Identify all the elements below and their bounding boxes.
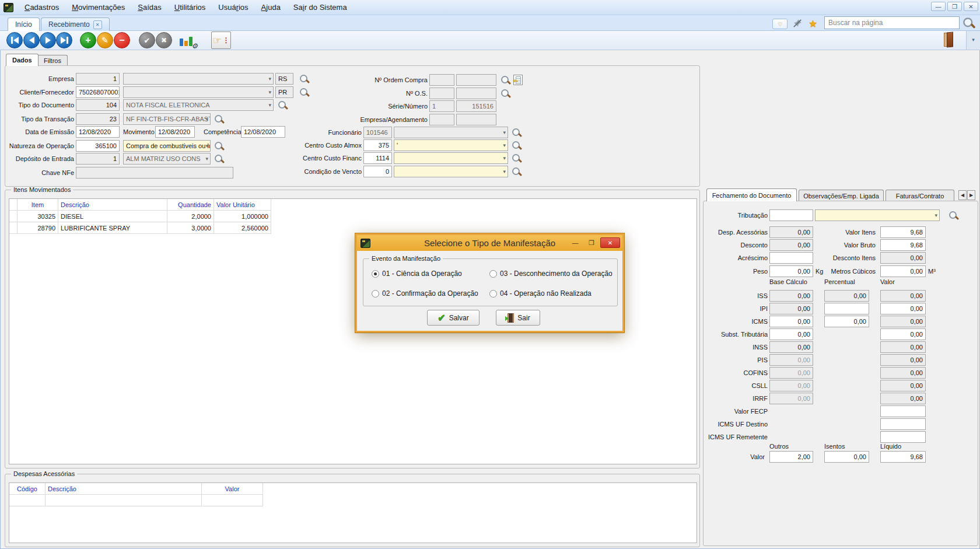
tax-iss-base[interactable]: 0,00 [769,290,813,302]
star-icon[interactable]: ★ [808,18,817,30]
menu-item-2[interactable]: Saídas [131,1,167,14]
tax-irrf-valor[interactable]: 0,00 [880,393,926,404]
tax-inss-base[interactable]: 0,00 [769,341,813,353]
os-field1[interactable] [429,88,454,99]
toolbar-overflow-button[interactable]: ▾ [966,31,980,50]
tax-ipi-valor[interactable]: 0,00 [880,303,926,314]
find-search-icon[interactable] [963,17,975,29]
tributacao-search-icon[interactable] [949,211,958,221]
tabs-scroll-left-button[interactable]: ◀ [958,190,967,200]
tax-icms-base[interactable]: 0,00 [769,316,813,327]
desp-acessorias-value[interactable]: 0,00 [769,226,813,238]
import-order-button[interactable]: ⇐ [513,75,523,85]
cell-stub[interactable] [9,222,18,234]
manifest-button[interactable]: ☞⋮ [211,32,231,49]
delete-button[interactable]: − [114,32,130,48]
tab-fechamento[interactable]: Fechamento do Documento [706,188,797,201]
cond-vencto-code[interactable]: 0 [363,166,392,177]
edit-button[interactable]: ✎ [97,32,113,48]
desconto-value[interactable]: 0,00 [769,239,813,251]
outros-value[interactable]: 2,00 [769,451,813,463]
confirm-button[interactable]: ✔ [139,32,155,48]
peso-value[interactable]: 0,00 [769,265,813,277]
cond-vencto-combo[interactable] [394,166,508,177]
cell-codigo[interactable] [9,495,46,506]
cell-descricao[interactable] [46,495,202,506]
dialog-minimize-button[interactable]: — [568,237,583,248]
menu-item-3[interactable]: Utilitários [168,1,212,14]
exit-door-button[interactable] [943,33,956,48]
menu-item-5[interactable]: Ajuda [255,1,287,14]
next-record-button[interactable] [40,32,56,48]
tax-icms-valor[interactable]: 0,00 [880,316,926,327]
cell-item[interactable]: 28790 [18,222,58,234]
tax-iss-pct[interactable]: 0,00 [824,290,869,302]
tributacao-code[interactable] [769,209,813,221]
tax-ipi-pct[interactable] [824,303,869,314]
tax-subst-tribut-ria-base[interactable]: 0,00 [769,328,813,340]
save-button[interactable]: ✔ Salvar [427,310,480,326]
cc-almox-search-icon[interactable] [512,141,522,151]
cell-stub[interactable] [9,211,18,222]
empresa-agendamento-field2[interactable] [456,114,496,125]
find-on-page-input[interactable] [824,16,960,29]
tax-icms-uf-destino-valor[interactable] [880,418,926,430]
restore-button[interactable]: ❐ [947,2,962,11]
dialog-close-button[interactable]: ✕ [600,237,620,248]
empresa-agendamento-field1[interactable] [429,114,454,125]
funcionario-combo[interactable] [394,127,508,138]
desconto-itens-value[interactable]: 0,00 [880,252,926,264]
tax-icms-pct[interactable]: 0,00 [824,316,869,327]
valor-itens-value[interactable]: 9,68 [880,226,926,238]
tax-pis-valor[interactable]: 0,00 [880,354,926,366]
tab-close-icon[interactable]: ✕ [93,20,102,29]
chart-settings-button[interactable]: ⚙ [178,32,197,49]
tax-irrf-base[interactable]: 0,00 [769,393,813,404]
os-search-icon[interactable] [501,89,510,99]
last-record-button[interactable] [56,32,72,48]
cell-quantidade[interactable]: 3,0000 [167,222,214,234]
menu-item-0[interactable]: Cadastros [18,1,65,14]
isentos-value[interactable]: 0,00 [824,451,869,463]
ordem-compra-field2[interactable] [456,74,496,86]
close-button[interactable]: ✕ [964,2,978,11]
liquido-value[interactable]: 9,68 [880,451,926,463]
cell-valor_unitario[interactable]: 2,560000 [214,222,271,234]
tax-ipi-base[interactable]: 0,00 [769,303,813,314]
manifest-option-2[interactable]: 02 - Confirmação da Operação [372,289,478,298]
dialog-maximize-button[interactable]: ❐ [584,237,599,248]
menu-item-6[interactable]: Sair do Sistema [287,1,354,14]
cc-financ-code[interactable]: 1114 [363,152,392,164]
add-button[interactable]: + [80,32,96,48]
cell-quantidade[interactable]: 2,0000 [167,211,214,222]
funcionario-code[interactable]: 101546 [363,127,392,138]
tab-faturas[interactable]: Faturas/Contrato [886,190,954,201]
metros-cubicos-value[interactable]: 0,00 [880,265,926,277]
manifest-option-3[interactable]: 04 - Operação não Realizada [489,289,592,298]
cc-almox-code[interactable]: 375 [363,139,392,151]
cc-almox-combo[interactable]: ' [394,139,508,151]
despesas-grid[interactable]: CódigoDescriçãoValor [9,482,697,543]
tabs-scroll-right-button[interactable]: ▶ [967,190,975,200]
tab-inicio[interactable]: Início [8,18,40,31]
os-field2[interactable] [456,88,496,99]
ordem-compra-field1[interactable] [429,74,454,86]
menu-item-4[interactable]: Usuários [212,1,254,14]
manifest-option-0[interactable]: 01 - Ciência da Operação [372,270,462,278]
valor-bruto-value[interactable]: 9,68 [880,239,926,251]
tax-cofins-base[interactable]: 0,00 [769,367,813,379]
tax-csll-base[interactable]: 0,00 [769,380,813,391]
cell-descricao[interactable]: DIESEL [58,211,167,222]
cell-valor_unitario[interactable]: 1,000000 [214,211,271,222]
cc-financ-combo[interactable] [394,152,508,164]
tax-subst-tribut-ria-valor[interactable]: 0,00 [880,328,926,340]
tab-dados[interactable]: Dados [6,54,38,66]
menu-item-1[interactable]: Movimentações [65,1,131,14]
manifest-option-1[interactable]: 03 - Desconhecimento da Operação [489,270,612,278]
pin-disabled-icon[interactable] [792,18,803,29]
cell-valor[interactable] [202,495,263,506]
tab-recebimento[interactable]: Recebimento ✕ [41,18,110,31]
tab-filtros[interactable]: Filtros [37,55,68,66]
tax-icms-uf-remetente-valor[interactable] [880,431,926,443]
tax-cofins-valor[interactable]: 0,00 [880,367,926,379]
